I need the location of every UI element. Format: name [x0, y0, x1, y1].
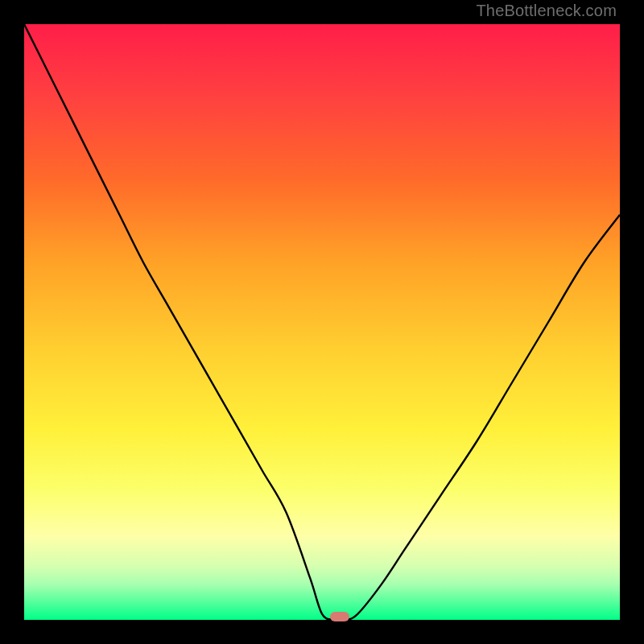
- plot-area: [24, 24, 620, 620]
- curve-svg: [24, 24, 620, 620]
- watermark-text: TheBottleneck.com: [476, 2, 617, 20]
- bottleneck-curve: [24, 24, 620, 620]
- chart-frame: TheBottleneck.com: [0, 0, 644, 644]
- optimum-marker: [330, 612, 349, 621]
